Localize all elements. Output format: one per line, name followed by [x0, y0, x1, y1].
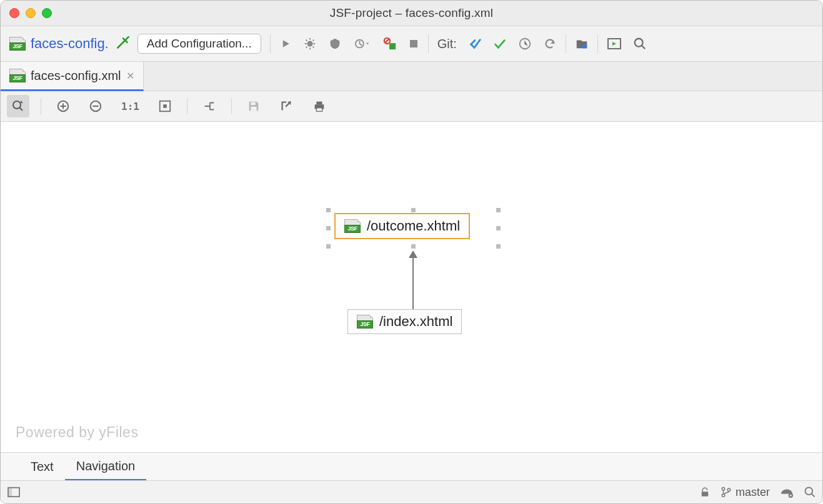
navigation-diagram-canvas[interactable]: JSF /outcome.xhtml JSF /index.xhtml Powe… — [1, 122, 822, 452]
separator — [41, 98, 41, 114]
refresh-diagram-icon[interactable] — [7, 95, 29, 117]
search-everywhere-icon[interactable] — [633, 37, 647, 51]
toggle-toolwindow-icon[interactable] — [7, 487, 21, 498]
run-anything-icon[interactable] — [607, 36, 622, 51]
subtab-text[interactable]: Text — [19, 453, 65, 480]
save-diagram-icon[interactable] — [243, 96, 264, 117]
svg-point-24 — [727, 488, 731, 492]
jsf-file-icon: JSF — [9, 69, 26, 82]
run-debug-group — [279, 37, 419, 51]
subtab-navigation-label: Navigation — [76, 459, 136, 473]
selection-handle[interactable] — [496, 244, 501, 249]
svg-rect-15 — [251, 107, 256, 111]
selection-handle[interactable] — [496, 208, 501, 212]
main-toolbar: JSF faces-config. Add Configuration... G — [1, 26, 822, 62]
diagram-node-index[interactable]: JSF /index.xhtml — [347, 309, 462, 334]
separator — [270, 34, 271, 53]
jsf-file-icon: JSF — [357, 315, 373, 329]
titlebar: JSF-project – faces-config.xml — [1, 1, 822, 26]
zoom-in-icon[interactable] — [52, 96, 74, 117]
jsf-file-icon: JSF — [344, 219, 361, 233]
breadcrumb-file-label: faces-config. — [31, 36, 109, 52]
run-coverage-icon[interactable] — [328, 37, 342, 51]
selection-handle[interactable] — [326, 208, 331, 212]
status-search-icon[interactable] — [804, 486, 816, 498]
svg-rect-6 — [582, 45, 587, 49]
build-hammer-icon[interactable] — [115, 36, 131, 52]
selection-handle[interactable] — [411, 244, 416, 249]
diagram-node-outcome[interactable]: JSF /outcome.xhtml — [334, 213, 470, 239]
run-icon[interactable] — [279, 37, 292, 50]
close-tab-icon[interactable]: ✕ — [126, 70, 134, 82]
editor-tabbar: JSF faces-config.xml ✕ — [1, 62, 822, 91]
editor-tab-label: faces-config.xml — [31, 69, 121, 83]
add-configuration-label: Add Configuration... — [147, 37, 252, 50]
svg-point-26 — [790, 495, 792, 497]
right-tool-group-2 — [607, 36, 647, 51]
svg-rect-3 — [389, 43, 396, 49]
svg-rect-4 — [410, 40, 417, 47]
powered-by-label: Powered by yFiles — [16, 424, 138, 441]
vcs-commit-icon[interactable] — [493, 37, 507, 51]
editor-subtab-bar: Text Navigation — [1, 452, 822, 480]
print-diagram-icon[interactable] — [308, 96, 331, 117]
stop-rerun-icon[interactable] — [383, 37, 397, 51]
separator — [231, 98, 232, 114]
vcs-group: Git: — [437, 37, 557, 51]
add-configuration-button[interactable]: Add Configuration... — [137, 34, 261, 54]
svg-rect-20 — [8, 488, 12, 497]
close-window-button[interactable] — [9, 8, 19, 18]
selection-handle[interactable] — [411, 208, 416, 212]
svg-rect-13 — [163, 104, 167, 108]
selection-handle[interactable] — [496, 226, 501, 230]
separator — [428, 34, 429, 53]
diagram-toolbar: 1:1 — [1, 91, 822, 122]
actual-size-icon[interactable]: 1:1 — [117, 97, 143, 116]
layout-icon[interactable] — [199, 96, 220, 117]
subtab-navigation[interactable]: Navigation — [65, 453, 147, 481]
separator — [566, 34, 566, 53]
git-label: Git: — [437, 37, 457, 51]
svg-rect-14 — [251, 102, 255, 106]
project-structure-icon[interactable] — [575, 37, 589, 51]
zoom-out-icon[interactable] — [85, 96, 106, 117]
stop-icon[interactable] — [408, 38, 419, 49]
svg-point-27 — [806, 488, 813, 495]
vcs-history-icon[interactable] — [518, 37, 532, 51]
edge-arrowhead — [409, 250, 417, 258]
export-diagram-icon[interactable] — [276, 96, 297, 117]
git-branch-widget[interactable]: master — [721, 486, 770, 499]
vcs-rollback-icon[interactable] — [543, 37, 557, 51]
jsf-file-icon: JSF — [9, 37, 26, 51]
vcs-update-icon[interactable] — [468, 37, 482, 51]
selection-handle[interactable] — [326, 226, 331, 230]
svg-point-8 — [635, 39, 643, 47]
fit-content-icon[interactable] — [154, 96, 176, 117]
svg-rect-18 — [316, 108, 322, 112]
svg-rect-17 — [316, 102, 322, 105]
ide-status-icon[interactable] — [780, 486, 794, 498]
diagram-edge[interactable] — [412, 258, 414, 309]
svg-point-0 — [307, 41, 312, 46]
svg-point-22 — [722, 488, 725, 491]
node-label: /index.xhtml — [379, 314, 452, 330]
status-bar: master — [1, 480, 822, 503]
nav-breadcrumb[interactable]: JSF faces-config. — [9, 36, 109, 52]
svg-point-23 — [722, 494, 725, 497]
right-tool-group — [575, 37, 589, 51]
window-title: JSF-project – faces-config.xml — [1, 6, 822, 20]
editor-tab-faces-config[interactable]: JSF faces-config.xml ✕ — [1, 62, 144, 91]
separator — [597, 34, 598, 53]
subtab-text-label: Text — [31, 460, 54, 474]
debug-icon[interactable] — [303, 37, 317, 51]
minimize-window-button[interactable] — [26, 8, 36, 18]
svg-rect-21 — [702, 492, 709, 497]
zoom-window-button[interactable] — [42, 8, 52, 18]
git-branch-label: master — [736, 486, 770, 499]
lock-icon[interactable] — [699, 487, 711, 498]
window-controls — [9, 8, 52, 18]
selection-handle[interactable] — [326, 244, 331, 249]
node-label: /outcome.xhtml — [367, 218, 460, 234]
profile-dropdown-icon[interactable] — [353, 37, 372, 51]
separator — [187, 98, 187, 114]
